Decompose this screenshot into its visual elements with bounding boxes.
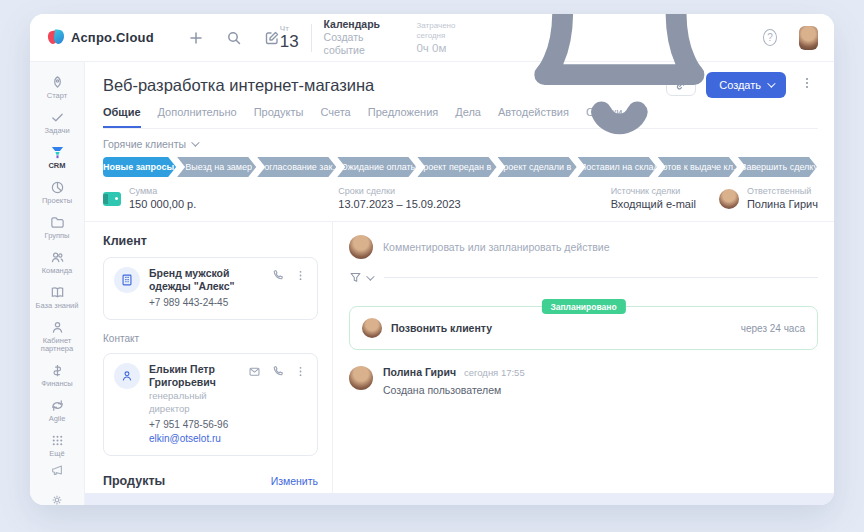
tab-products[interactable]: Продукты xyxy=(254,106,304,128)
partner-icon xyxy=(50,320,65,335)
more-options-button[interactable] xyxy=(796,76,818,94)
funnel-label: Горячие клиенты xyxy=(103,138,186,150)
sidebar: Старт Задачи CRM Проекты Группы Команда xyxy=(30,62,85,505)
sidebar-item-start[interactable]: Старт xyxy=(30,70,84,105)
task-title: Позвонить клиенту xyxy=(391,322,492,334)
building-icon xyxy=(114,267,140,293)
create-event-link[interactable]: Создать событие xyxy=(324,31,391,57)
time-tracker-label: Затрачено сегодня xyxy=(416,21,472,41)
calendar-widget[interactable]: Календарь Создать событие xyxy=(324,18,391,57)
help-icon[interactable]: ? xyxy=(763,29,777,46)
chevron-down-icon[interactable] xyxy=(366,272,374,280)
contact-email[interactable]: elkin@otselot.ru xyxy=(149,432,239,446)
divider xyxy=(311,24,312,52)
sidebar-item-more[interactable]: Ещё xyxy=(30,428,84,463)
deal-source: Источник сделки Входящий e-mail xyxy=(611,186,696,211)
pie-chart-icon xyxy=(50,180,65,195)
deal-sidebar: Клиент Бренд мужской одежды "Алекс" +7 9… xyxy=(85,222,333,493)
stage-ready-for-pickup[interactable]: Готов к выдаче кл... xyxy=(658,157,737,177)
wallet-icon xyxy=(103,192,121,206)
stage-site-visit[interactable]: Выезд на замер xyxy=(177,157,256,177)
sidebar-item-knowledge-base[interactable]: База знаний xyxy=(30,280,84,315)
dots-vertical-icon[interactable] xyxy=(294,365,307,378)
activity-author: Полина Гирич xyxy=(383,366,456,378)
contact-name[interactable]: Елькин Петр Григорьевич xyxy=(149,363,239,389)
deal-info-bar: Сумма 150 000,00 р. Сроки сделки 13.07.2… xyxy=(85,177,834,222)
deal-amount: Сумма 150 000,00 р. xyxy=(103,186,196,211)
contact-role: генеральный директор xyxy=(149,389,239,415)
sidebar-item-groups[interactable]: Группы xyxy=(30,210,84,245)
stage-close-deal[interactable]: Завершить сделку xyxy=(738,157,817,177)
activity-item: Полина Гирич сегодня 17:55 Создана польз… xyxy=(349,366,818,396)
phone-icon[interactable] xyxy=(271,269,284,282)
tab-invoices[interactable]: Счета xyxy=(320,106,350,128)
pipeline-stages: Новые запросы Выезд на замер Согласовани… xyxy=(103,157,818,177)
day-number: 13 xyxy=(280,33,299,51)
tab-proposals[interactable]: Предложения xyxy=(368,106,439,128)
client-section-title: Клиент xyxy=(103,234,318,248)
sidebar-item-partner-cabinet[interactable]: Кабинет партнера xyxy=(30,315,84,358)
planned-task-card[interactable]: Запланировано Позвонить клиенту через 24… xyxy=(349,306,818,350)
company-card[interactable]: Бренд мужской одежды "Алекс" +7 989 443-… xyxy=(103,257,318,320)
edit-products-link[interactable]: Изменить xyxy=(271,475,318,487)
app-logo[interactable]: Аспро.Cloud xyxy=(48,30,154,45)
current-user-avatar xyxy=(349,235,373,259)
chevron-down-icon xyxy=(767,79,775,87)
stage-in-stock[interactable]: Поставил на склад xyxy=(578,157,657,177)
funnel-icon xyxy=(50,145,65,160)
sidebar-item-crm[interactable]: CRM xyxy=(30,140,84,175)
phone-icon[interactable] xyxy=(271,365,284,378)
activity-avatar xyxy=(349,366,373,390)
tab-additional[interactable]: Дополнительно xyxy=(158,106,237,128)
gear-icon[interactable] xyxy=(50,493,64,505)
stage-project-done[interactable]: Проект сделали в ... xyxy=(498,157,577,177)
sidebar-item-tasks[interactable]: Задачи xyxy=(30,105,84,140)
tab-general[interactable]: Общие xyxy=(103,106,141,128)
search-icon[interactable] xyxy=(226,30,242,46)
stage-new-requests[interactable]: Новые запросы xyxy=(103,157,176,177)
tab-deals[interactable]: Дела xyxy=(455,106,481,128)
pencil-square-icon[interactable] xyxy=(264,30,280,46)
dots-vertical-icon[interactable] xyxy=(294,269,307,282)
rocket-icon xyxy=(50,75,65,90)
products-section-title: Продукты xyxy=(103,474,165,488)
task-avatar xyxy=(362,318,382,338)
sidebar-item-projects[interactable]: Проекты xyxy=(30,175,84,210)
time-tracker[interactable]: Затрачено сегодня 0ч 0м xyxy=(416,21,472,55)
comment-input[interactable] xyxy=(383,241,818,253)
activity-text: Создана пользователем xyxy=(383,384,525,396)
add-icon[interactable] xyxy=(188,30,204,46)
page-title: Веб-разработка интернет-магазина xyxy=(103,76,374,95)
comment-composer[interactable] xyxy=(349,235,818,259)
responsible-avatar xyxy=(719,189,739,209)
person-icon xyxy=(114,363,140,389)
deal-dates: Сроки сделки 13.07.2023 – 15.09.2023 xyxy=(338,186,460,211)
company-phone[interactable]: +7 989 443-24-45 xyxy=(149,296,262,310)
task-due: через 24 часа xyxy=(741,323,805,334)
deal-responsible[interactable]: Ответственный Полина Гирич xyxy=(719,186,818,211)
stage-project-handed[interactable]: Проект передан в ... xyxy=(417,157,496,177)
logo-icon xyxy=(48,30,64,45)
user-avatar[interactable] xyxy=(799,26,818,50)
contact-phone[interactable]: +7 951 478-56-96 xyxy=(149,418,239,432)
chevron-down-icon xyxy=(191,138,199,146)
book-icon xyxy=(50,285,65,300)
stage-approval[interactable]: Согласование зак... xyxy=(257,157,336,177)
stage-awaiting-payment[interactable]: Ожидание оплаты xyxy=(337,157,416,177)
status-badge: Запланировано xyxy=(541,299,625,314)
calendar-date[interactable]: Чт 13 xyxy=(280,25,299,51)
sidebar-item-agile[interactable]: Agile xyxy=(30,393,84,428)
agile-icon xyxy=(50,398,65,413)
mail-icon[interactable] xyxy=(248,365,261,378)
notifications-button[interactable]: 24 xyxy=(500,14,739,157)
check-icon xyxy=(50,110,65,125)
sidebar-item-finance[interactable]: Финансы xyxy=(30,358,84,393)
bell-icon xyxy=(500,14,739,157)
contact-card[interactable]: Елькин Петр Григорьевич генеральный дире… xyxy=(103,353,318,456)
megaphone-icon[interactable] xyxy=(50,463,64,477)
feed-filter xyxy=(349,271,818,284)
sidebar-item-team[interactable]: Команда xyxy=(30,245,84,280)
company-name[interactable]: Бренд мужской одежды "Алекс" xyxy=(149,267,262,293)
filter-icon[interactable] xyxy=(349,271,362,284)
people-icon xyxy=(50,250,65,265)
